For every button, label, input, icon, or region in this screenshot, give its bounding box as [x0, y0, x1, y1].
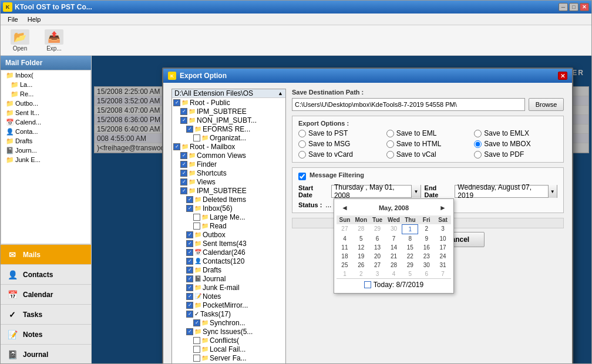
- folder-la[interactable]: 📁La...: [1, 80, 90, 89]
- save-pst-option[interactable]: Save to PST: [298, 129, 382, 137]
- tree-checkbox[interactable]: ✓: [186, 126, 193, 133]
- save-emlx-option[interactable]: Save to EMLX: [474, 129, 557, 137]
- tree-item[interactable]: ✓ 📁 PocketMirror...: [172, 301, 285, 309]
- save-html-radio[interactable]: [386, 140, 394, 148]
- tree-checkbox[interactable]: ✓: [186, 231, 193, 238]
- cal-day[interactable]: 18: [337, 252, 353, 261]
- cal-day[interactable]: 31: [435, 261, 451, 269]
- cal-day[interactable]: 26: [353, 261, 369, 269]
- save-msg-option[interactable]: Save to MSG: [298, 140, 382, 148]
- folder-sent[interactable]: 📁Sent It...: [1, 108, 90, 117]
- cal-day[interactable]: 24: [435, 252, 451, 261]
- tree-checkbox[interactable]: ✓: [173, 99, 180, 106]
- tree-item[interactable]: ✓ 📁 Common Views: [172, 151, 285, 160]
- export-button[interactable]: 📤 Exp...: [39, 28, 69, 53]
- tree-item[interactable]: ✓ 📁 IPM_SUBTREE: [172, 186, 285, 195]
- folder-drafts[interactable]: 📁Drafts: [1, 136, 90, 146]
- tree-item[interactable]: ✓ ✓ Tasks(17): [172, 309, 285, 318]
- nav-journal[interactable]: 📓 Journal: [1, 345, 91, 364]
- tree-item[interactable]: ✓ 📁 Root - Public: [172, 98, 285, 107]
- save-vcal-option[interactable]: Save to vCal: [386, 150, 470, 159]
- tree-item[interactable]: 📁 Server Fa...: [172, 353, 285, 362]
- tree-checkbox[interactable]: ✓: [180, 152, 187, 159]
- tree-item[interactable]: ✓ 📝 Notes: [172, 292, 285, 301]
- tree-item[interactable]: ✓ 📁 Shortcuts: [172, 168, 285, 177]
- save-pdf-option[interactable]: Save to PDF: [474, 150, 557, 159]
- start-date-combo[interactable]: Thursday , May 01, 2008 ▼: [331, 185, 421, 198]
- minimize-button[interactable]: ─: [559, 3, 568, 11]
- path-input[interactable]: [292, 98, 525, 111]
- save-emlx-radio[interactable]: [474, 130, 482, 137]
- nav-notes[interactable]: 📝 Notes: [1, 325, 91, 345]
- cal-day[interactable]: 5: [353, 234, 369, 243]
- tree-item[interactable]: ✓ 📁 Outbox: [172, 230, 285, 239]
- cal-day[interactable]: 2: [418, 224, 435, 234]
- nav-calendar[interactable]: 📅 Calendar: [1, 285, 91, 305]
- cal-day[interactable]: 15: [402, 243, 418, 252]
- tree-checkbox[interactable]: ✓: [173, 143, 180, 150]
- cal-today-button[interactable]: Today: 8/7/2019: [337, 278, 451, 291]
- tree-item[interactable]: ✓ 📁 Finder: [172, 160, 285, 168]
- tree-checkbox[interactable]: ✓: [180, 170, 187, 177]
- save-pst-radio[interactable]: [298, 130, 306, 137]
- maximize-button[interactable]: □: [569, 3, 578, 11]
- tree-checkbox[interactable]: [193, 337, 200, 344]
- cal-day[interactable]: 4: [337, 234, 353, 243]
- tree-item[interactable]: ✓ 📁 Views: [172, 177, 285, 186]
- filtering-checkbox[interactable]: [298, 173, 306, 180]
- save-eml-radio[interactable]: [386, 130, 394, 137]
- folder-junk[interactable]: 📁Junk E...: [1, 155, 90, 164]
- tree-item[interactable]: ✓ 📁 Deleted Items: [172, 195, 285, 204]
- folder-inbox[interactable]: 📁Inbox(: [1, 70, 90, 80]
- tree-checkbox[interactable]: ✓: [186, 196, 193, 203]
- tree-item[interactable]: ✓ 👤 Contacts(120: [172, 257, 285, 265]
- tree-item[interactable]: ✓ 📁 EFORMS RE...: [172, 124, 285, 133]
- cal-day[interactable]: 7: [386, 234, 402, 243]
- start-date-arrow[interactable]: ▼: [411, 185, 420, 198]
- open-button[interactable]: 📂 Open: [5, 28, 35, 53]
- tree-checkbox[interactable]: [193, 214, 200, 221]
- cal-day[interactable]: 3: [435, 224, 451, 234]
- save-msg-radio[interactable]: [298, 140, 306, 148]
- tree-checkbox[interactable]: ✓: [180, 187, 187, 194]
- cal-day[interactable]: 20: [369, 252, 386, 261]
- cal-day[interactable]: 27: [369, 261, 386, 269]
- end-date-combo[interactable]: Wednesday, August 07, 2019 ▼: [455, 185, 557, 198]
- tree-item[interactable]: 📁 Conflicts(: [172, 336, 285, 345]
- tree-checkbox[interactable]: ✓: [186, 275, 193, 282]
- cal-next-button[interactable]: ►: [437, 203, 449, 213]
- cal-day[interactable]: 9: [418, 234, 435, 243]
- cal-day[interactable]: 10: [435, 234, 451, 243]
- folder-outbox[interactable]: 📁Outbo...: [1, 99, 90, 108]
- tree-checkbox[interactable]: ✓: [186, 302, 193, 309]
- end-date-arrow[interactable]: ▼: [548, 185, 557, 198]
- cal-day[interactable]: 25: [337, 261, 353, 269]
- save-html-option[interactable]: Save to HTML: [386, 140, 470, 148]
- tree-item[interactable]: ✓ 📅 Calendar(246: [172, 248, 285, 257]
- tree-item[interactable]: 📁 Read: [172, 221, 285, 230]
- cal-day[interactable]: 22: [402, 252, 418, 261]
- cal-day-1[interactable]: 1: [402, 224, 418, 234]
- tree-checkbox[interactable]: ✓: [193, 319, 200, 326]
- tree-item[interactable]: ✓ 📁 Junk E-mail: [172, 283, 285, 292]
- dialog-close-button[interactable]: ✕: [558, 72, 567, 80]
- cal-day[interactable]: 30: [386, 224, 402, 234]
- tree-item[interactable]: ✓ 📁 Sync Issues(5...: [172, 327, 285, 336]
- tree-item[interactable]: ✓ 📁 Drafts: [172, 265, 285, 274]
- tree-checkbox[interactable]: ✓: [180, 108, 187, 115]
- cal-day[interactable]: 6: [418, 269, 435, 278]
- cal-day[interactable]: 7: [435, 269, 451, 278]
- cal-day[interactable]: 30: [418, 261, 435, 269]
- save-eml-option[interactable]: Save to EML: [386, 129, 470, 137]
- cal-day[interactable]: 5: [402, 269, 418, 278]
- folder-calendar[interactable]: 📅Calend...: [1, 117, 90, 127]
- tree-checkbox[interactable]: [193, 134, 200, 141]
- cal-day[interactable]: 29: [402, 261, 418, 269]
- tree-checkbox[interactable]: ✓: [186, 284, 193, 291]
- help-menu[interactable]: Help: [23, 15, 46, 24]
- save-mbox-option[interactable]: Save to MBOX: [474, 140, 557, 148]
- cal-day[interactable]: 16: [418, 243, 435, 252]
- folder-contacts[interactable]: 👤Conta...: [1, 127, 90, 136]
- nav-contacts[interactable]: 👤 Contacts: [1, 265, 91, 285]
- file-menu[interactable]: File: [3, 15, 23, 24]
